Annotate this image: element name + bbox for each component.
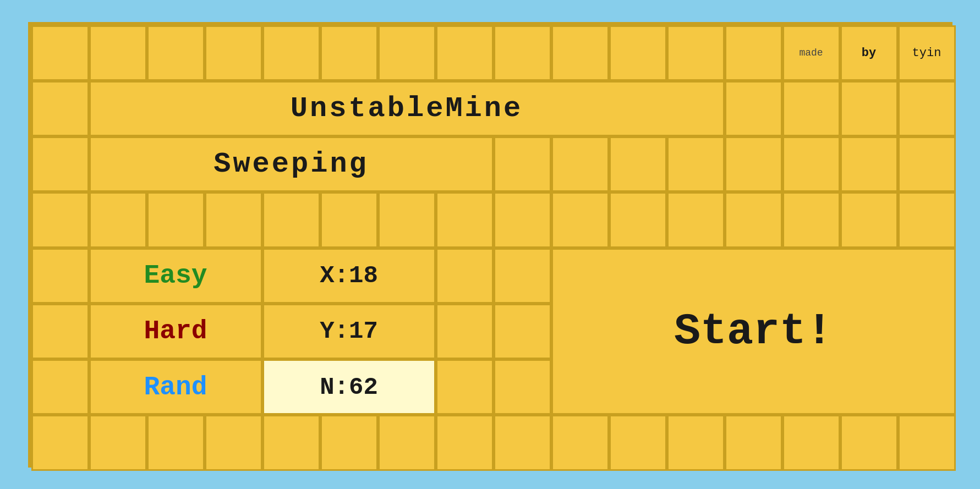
made-label: made	[799, 47, 823, 58]
n-value: N:62	[320, 373, 378, 401]
grid-cell-r8c5	[262, 415, 320, 470]
grid-cell-r3c11	[609, 136, 667, 192]
y-setting[interactable]: Y:17	[262, 304, 436, 359]
grid-cell-r4c14	[782, 192, 840, 248]
grid-cell-r4c10	[551, 192, 609, 248]
grid-cell-r1c1	[31, 25, 89, 81]
grid-cell-r8c6	[320, 415, 378, 470]
grid-cell-r6c1	[31, 304, 89, 359]
grid-cell-r3c14	[782, 136, 840, 192]
grid-cell-r1c5	[262, 25, 320, 81]
grid-cell-r4c5	[262, 192, 320, 248]
grid-cell-r4c2	[89, 192, 147, 248]
grid-cell-r3c15	[840, 136, 898, 192]
grid-cell-r2c16	[898, 81, 956, 136]
grid-cell-r8c2	[89, 415, 147, 470]
grid-cell-r2c1	[31, 81, 89, 136]
grid-cell-r6c8	[436, 304, 494, 359]
grid-cell-r8c7	[378, 415, 436, 470]
grid-cell-r1c9	[494, 25, 551, 81]
grid-cell-r4c12	[667, 192, 725, 248]
y-value: Y:17	[320, 317, 378, 345]
rand-label: Rand	[144, 372, 207, 402]
grid-cell-r8c13	[725, 415, 782, 470]
grid-cell-r7c1	[31, 359, 89, 415]
grid-cell-r4c3	[147, 192, 205, 248]
grid-cell-r8c9	[494, 415, 551, 470]
grid-cell-r1c6	[320, 25, 378, 81]
grid-cell-r8c8	[436, 415, 494, 470]
grid-cell-r5c9	[494, 248, 551, 304]
grid-cell-r3c10	[551, 136, 609, 192]
grid-cell-r4c15	[840, 192, 898, 248]
title-line2: Sweeping	[213, 148, 369, 180]
title-line1-cell: UnstableMine	[89, 81, 725, 136]
x-setting[interactable]: X:18	[262, 248, 436, 304]
grid-cell-r4c4	[205, 192, 262, 248]
grid-cell-r4c7	[378, 192, 436, 248]
hard-option[interactable]: Hard	[89, 304, 262, 359]
grid-cell-r4c8	[436, 192, 494, 248]
grid-cell-r7c9	[494, 359, 551, 415]
grid-cell-r8c4	[205, 415, 262, 470]
grid-cell-r2c13	[725, 81, 782, 136]
grid-cell-r8c1	[31, 415, 89, 470]
start-button[interactable]: Start!	[551, 248, 956, 415]
grid-cell-r1c12	[667, 25, 725, 81]
grid-cell-r1c11	[609, 25, 667, 81]
grid-cell-r8c11	[609, 415, 667, 470]
grid-cell-r5c8	[436, 248, 494, 304]
grid-cell-r1c4	[205, 25, 262, 81]
title-line1: UnstableMine	[291, 92, 523, 125]
grid-cell-r8c12	[667, 415, 725, 470]
grid-cell-r1c8	[436, 25, 494, 81]
grid-cell-made: made	[782, 25, 840, 81]
grid-cell-r7c8	[436, 359, 494, 415]
grid-cell-r8c16	[898, 415, 956, 470]
title-line2-cell: Sweeping	[89, 136, 494, 192]
hard-label: Hard	[144, 316, 207, 346]
by-label: by	[862, 46, 876, 60]
grid-cell-tyin: tyin	[898, 25, 956, 81]
easy-label: Easy	[144, 261, 207, 290]
grid-cell-r5c1	[31, 248, 89, 304]
grid-cell-r8c10	[551, 415, 609, 470]
grid-cell-r1c2	[89, 25, 147, 81]
start-label: Start!	[674, 306, 833, 356]
grid-cell-r2c15	[840, 81, 898, 136]
grid-cell-r4c16	[898, 192, 956, 248]
n-setting[interactable]: N:62	[262, 359, 436, 415]
grid-cell-r4c6	[320, 192, 378, 248]
grid-cell-r3c16	[898, 136, 956, 192]
grid-cell-r1c10	[551, 25, 609, 81]
grid-cell-r4c1	[31, 192, 89, 248]
grid-cell-r3c13	[725, 136, 782, 192]
grid-cell-r8c3	[147, 415, 205, 470]
grid-cell-r3c1	[31, 136, 89, 192]
grid-cell-r6c9	[494, 304, 551, 359]
grid-cell-r1c13	[725, 25, 782, 81]
rand-option[interactable]: Rand	[89, 359, 262, 415]
grid-cell-r3c12	[667, 136, 725, 192]
grid-cell-r8c14	[782, 415, 840, 470]
author-label: tyin	[912, 46, 941, 60]
grid-cell-r8c15	[840, 415, 898, 470]
grid-cell-r4c9	[494, 192, 551, 248]
easy-option[interactable]: Easy	[89, 248, 262, 304]
grid-cell-by: by	[840, 25, 898, 81]
grid-cell-r1c7	[378, 25, 436, 81]
x-value: X:18	[320, 262, 378, 289]
grid-cell-r1c3	[147, 25, 205, 81]
grid-cell-r2c14	[782, 81, 840, 136]
grid-cell-r4c13	[725, 192, 782, 248]
grid-cell-r4c11	[609, 192, 667, 248]
grid-cell-r3c9	[494, 136, 551, 192]
